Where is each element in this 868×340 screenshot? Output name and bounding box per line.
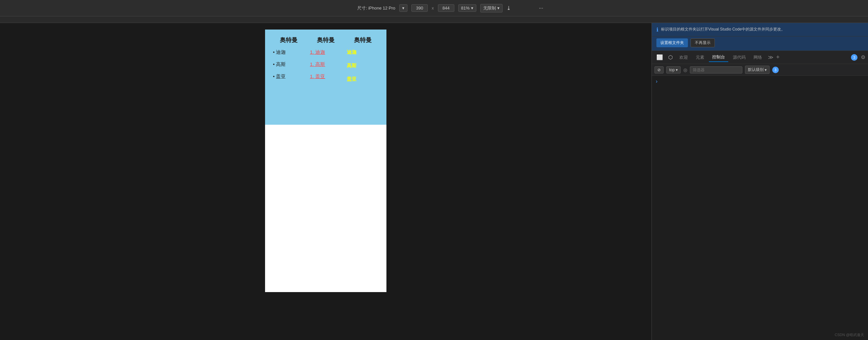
dismiss-button[interactable]: 不再显示 [690,38,715,47]
phone-content: 奥特曼 • 迪迦 • 高斯 • 盖亚 奥特曼 1. 迪迦 1. 高斯 1. 盖亚 [265,30,386,125]
export-button[interactable]: ⤓ [506,5,511,11]
expand-chevron[interactable]: › [656,79,657,84]
level-select[interactable]: 默认级别 ▾ [745,66,770,74]
chevron-down-icon: ▾ [402,6,404,10]
col2-item-1: 1. 迪迦 [310,49,342,56]
col2-item-3: 1. 盖亚 [310,73,342,80]
top-label: top [669,68,675,72]
setup-folder-button[interactable]: 设置根文件夹 [656,38,688,47]
tab-bar: ⬜ ⬡ 欢迎 元素 控制台 源代码 网络 ≫ + 3 ⚙ [652,51,868,64]
col3-item-1: 迪迦 [347,49,378,56]
eye-icon[interactable]: ◎ [683,67,687,72]
width-input[interactable] [411,4,428,12]
csdn-watermark: CSDN @暗武逢天 [835,333,864,337]
unlimited-label: 无限制 [483,5,496,11]
more-button[interactable]: ··· [539,5,543,11]
column-3: 奥特曼 迪迦 高斯 盖亚 [344,36,381,90]
tab-add-icon[interactable]: + [776,54,780,61]
phone-frame: 奥特曼 • 迪迦 • 高斯 • 盖亚 奥特曼 1. 迪迦 1. 高斯 1. 盖亚 [265,30,386,292]
console-badge: 3 [772,67,779,73]
col3-item-2: 高斯 [347,63,378,69]
col2-item-2: 1. 高斯 [310,61,342,68]
console-content: › [652,76,868,340]
tab-sources[interactable]: 源代码 [730,53,749,62]
tab-more-icon[interactable]: ≫ [768,54,774,60]
device-select[interactable]: ▾ [399,4,407,12]
col3-header: 奥特曼 [347,36,378,44]
main-content: 奥特曼 • 迪迦 • 高斯 • 盖亚 奥特曼 1. 迪迦 1. 高斯 1. 盖亚 [0,23,868,340]
col1-item-3: • 盖亚 [273,73,305,80]
level-label: 默认级别 [748,67,764,72]
column-2: 奥特曼 1. 迪迦 1. 高斯 1. 盖亚 [307,36,344,90]
column-1: 奥特曼 • 迪迦 • 高斯 • 盖亚 [270,36,307,90]
device-icon[interactable]: ⬜ [654,53,665,62]
right-panel: ℹ 标识项目的根文件夹以打开Visual Studio Code中的源文件并同步… [651,23,868,340]
inspect-icon[interactable]: ⬡ [666,53,675,62]
info-banner: ℹ 标识项目的根文件夹以打开Visual Studio Code中的源文件并同步… [652,23,868,36]
zoom-label: 81% [461,6,470,10]
clear-console-button[interactable]: ⊘ [654,66,663,73]
col1-item-2: • 高斯 [273,61,305,68]
tab-welcome[interactable]: 欢迎 [676,53,691,62]
gear-icon[interactable]: ⚙ [861,54,865,60]
size-label: 尺寸: iPhone 12 Pro [357,5,395,11]
ruler-row [0,17,868,23]
chevron-down-icon: ▾ [497,6,500,10]
tab-elements[interactable]: 元素 [692,53,708,62]
col2-header: 奥特曼 [310,36,342,44]
filter-input[interactable] [690,66,742,73]
tab-badge: 3 [851,54,858,61]
chevron-down-icon: ▾ [676,68,678,72]
white-area [265,125,386,292]
columns-row: 奥特曼 • 迪迦 • 高斯 • 盖亚 奥特曼 1. 迪迦 1. 高斯 1. 盖亚 [270,36,381,90]
zoom-select[interactable]: 81% ▾ [458,4,476,12]
preview-area: 奥特曼 • 迪迦 • 高斯 • 盖亚 奥特曼 1. 迪迦 1. 高斯 1. 盖亚 [0,23,651,340]
dimension-separator: x [432,6,434,10]
col1-header: 奥特曼 [273,36,305,44]
chevron-down-icon: ▾ [471,6,473,10]
chevron-down-icon: ▾ [765,68,767,72]
tab-console[interactable]: 控制台 [709,53,728,62]
info-icon: ℹ [656,27,658,33]
top-select[interactable]: top ▾ [666,66,681,73]
banner-buttons: 设置根文件夹 不再显示 [652,36,868,51]
unlimited-select[interactable]: 无限制 ▾ [480,4,502,12]
top-toolbar: 尺寸: iPhone 12 Pro ▾ x 81% ▾ 无限制 ▾ ⤓ ··· [0,0,868,17]
info-text: 标识项目的根文件夹以打开Visual Studio Code中的源文件并同步更改… [661,26,863,32]
height-input[interactable] [438,4,454,12]
col3-item-3: 盖亚 [347,76,378,82]
console-toolbar: ⊘ top ▾ ◎ 默认级别 ▾ 3 [652,64,868,76]
tab-network[interactable]: 网络 [750,53,765,62]
col1-item-1: • 迪迦 [273,49,305,56]
